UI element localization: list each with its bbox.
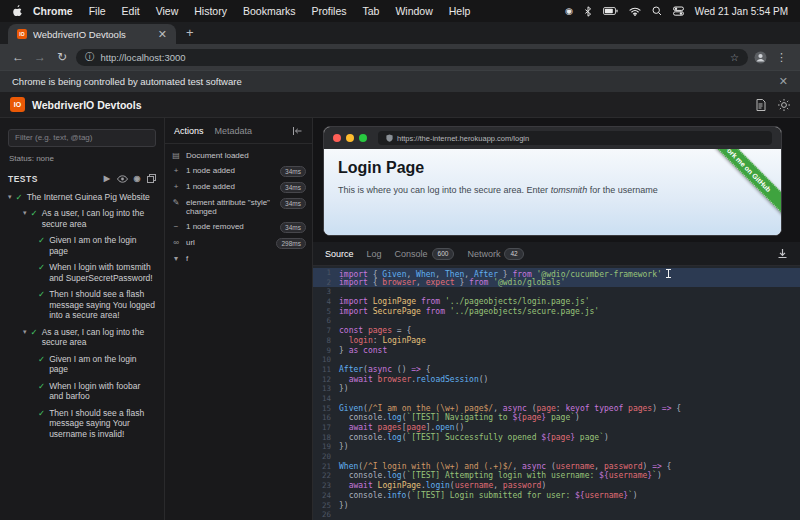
- tab-console[interactable]: Console600: [395, 248, 455, 260]
- test-item[interactable]: ✓When I login with tomsmith and SuperSec…: [8, 262, 156, 283]
- run-tests-icon[interactable]: ▶: [104, 174, 111, 183]
- app-header: IO WebdriverIO Devtools: [0, 92, 800, 118]
- tab-label: Log: [367, 249, 382, 259]
- test-item[interactable]: ✓When I login with foobar and barfoo: [8, 381, 156, 402]
- collapse-panel-icon[interactable]: [292, 126, 303, 136]
- menu-view[interactable]: View: [148, 5, 187, 17]
- record-icon[interactable]: ◉: [134, 174, 141, 183]
- actions-list[interactable]: ▤Document loaded+1 node added34ms+1 node…: [165, 144, 312, 270]
- test-item[interactable]: ▾✓As a user, I can log into the secure a…: [8, 327, 156, 348]
- code-token: }: [339, 346, 349, 355]
- bookmark-star-icon[interactable]: ☆: [730, 52, 739, 63]
- line-number: 16: [313, 413, 339, 423]
- line-number: 19: [313, 442, 339, 452]
- code-token: log: [387, 413, 401, 422]
- watch-icon[interactable]: [117, 175, 128, 183]
- test-item[interactable]: ✓Then I should see a flash message sayin…: [8, 408, 156, 440]
- code-line: 1import { Given, When, Then, After } fro…: [313, 268, 800, 278]
- forward-icon[interactable]: →: [32, 50, 48, 64]
- pass-check-icon: ✓: [38, 262, 45, 273]
- action-item[interactable]: +1 node added34ms: [171, 166, 306, 177]
- back-icon[interactable]: ←: [10, 50, 26, 64]
- profile-avatar[interactable]: [754, 51, 767, 64]
- search-icon[interactable]: [652, 6, 662, 16]
- infobar-close-icon[interactable]: ✕: [779, 75, 788, 88]
- tab-log[interactable]: Log: [367, 249, 382, 259]
- test-item[interactable]: ▾✓The Internet Guinea Pig Website: [8, 192, 156, 203]
- test-item[interactable]: ▾✓As a user, I can log into the secure a…: [8, 208, 156, 229]
- menu-edit[interactable]: Edit: [114, 5, 148, 17]
- chevron-down-icon[interactable]: ▾: [23, 327, 27, 337]
- code-token: browser: [378, 375, 412, 384]
- code-token: console.: [339, 491, 387, 500]
- battery-icon[interactable]: [603, 7, 618, 15]
- control-center-icon[interactable]: [673, 6, 684, 16]
- action-item[interactable]: ∞url298ms: [171, 238, 306, 249]
- pass-check-icon: ✓: [16, 192, 23, 203]
- code-token: pages: [378, 423, 402, 432]
- download-icon[interactable]: [777, 248, 788, 259]
- new-tab-button[interactable]: +: [176, 25, 204, 42]
- copy-icon[interactable]: [147, 174, 156, 183]
- code-text: } as const: [339, 346, 387, 356]
- code-token: After: [339, 365, 363, 374]
- line-number: 10: [313, 355, 339, 365]
- source-code-editor[interactable]: 1import { Given, When, Then, After } fro…: [313, 266, 800, 520]
- document-icon: ▤: [171, 151, 181, 161]
- reload-icon[interactable]: ↻: [54, 50, 70, 64]
- tab-actions[interactable]: Actions: [174, 126, 204, 136]
- code-text: import LoginPage from '../pageobjects/lo…: [339, 297, 590, 307]
- chrome-menu-icon[interactable]: ⋮: [773, 51, 790, 64]
- menu-help[interactable]: Help: [441, 5, 479, 17]
- code-text: import SecurePage from '../pageobjects/s…: [339, 307, 599, 317]
- tab-source[interactable]: Source: [325, 249, 354, 259]
- menu-clock[interactable]: Wed 21 Jan 5:54 PM: [695, 6, 788, 17]
- code-token: `[TEST] Successfully opened: [406, 433, 541, 442]
- menu-tab[interactable]: Tab: [354, 5, 387, 17]
- test-item[interactable]: ✓Then I should see a flash message sayin…: [8, 289, 156, 321]
- theme-toggle-sun-icon[interactable]: [778, 99, 790, 111]
- code-token: (): [455, 423, 465, 432]
- menu-file[interactable]: File: [81, 5, 114, 17]
- traffic-light-minimize-icon: [346, 134, 354, 142]
- tab-network[interactable]: Network42: [467, 248, 523, 260]
- apple-menu-icon[interactable]: [12, 5, 23, 18]
- action-item[interactable]: ✎element attribute "style" changed34ms: [171, 198, 306, 217]
- code-token: page`: [546, 413, 575, 422]
- menu-window[interactable]: Window: [387, 5, 440, 17]
- action-item[interactable]: −1 node removed34ms: [171, 222, 306, 233]
- filter-input[interactable]: [8, 129, 156, 147]
- code-token: await: [349, 423, 373, 432]
- chevron-down-icon[interactable]: ▾: [8, 192, 12, 202]
- action-item[interactable]: ▾f: [171, 254, 306, 264]
- tab-close-icon[interactable]: ✕: [158, 29, 167, 39]
- chevron-down-icon[interactable]: ▾: [23, 208, 27, 218]
- duration-badge: 34ms: [280, 222, 306, 233]
- site-info-icon[interactable]: ⓘ: [85, 51, 95, 64]
- browser-tab[interactable]: IO WebdriverIO Devtools ✕: [8, 24, 176, 44]
- screen-record-icon[interactable]: ◉: [565, 6, 573, 16]
- code-token: ): [657, 471, 662, 480]
- tab-metadata[interactable]: Metadata: [215, 126, 253, 136]
- menu-chrome[interactable]: Chrome: [25, 5, 81, 17]
- menu-profiles[interactable]: Profiles: [303, 5, 354, 17]
- action-label: 1 node removed: [186, 222, 275, 232]
- action-item[interactable]: ▤Document loaded: [171, 151, 306, 161]
- test-label: Then I should see a flash message saying…: [49, 408, 156, 440]
- code-token: page: [406, 423, 425, 432]
- code-token: ${: [541, 433, 551, 442]
- report-icon[interactable]: [756, 99, 766, 111]
- test-label: Then I should see a flash message saying…: [49, 289, 156, 321]
- test-item[interactable]: ✓Given I am on the login page: [8, 235, 156, 256]
- line-number: 1: [313, 268, 339, 278]
- address-bar[interactable]: ⓘ http://localhost:3000 ☆: [76, 49, 748, 66]
- wifi-icon[interactable]: [629, 7, 641, 16]
- action-item[interactable]: +1 node added34ms: [171, 182, 306, 193]
- code-token: async: [368, 365, 392, 374]
- line-number: 8: [313, 336, 339, 346]
- bluetooth-icon[interactable]: [584, 6, 592, 17]
- code-line: 15Given(/^I am on the (\w+) page$/, asyn…: [313, 404, 800, 414]
- test-item[interactable]: ✓Given I am on the login page: [8, 354, 156, 375]
- menu-history[interactable]: History: [186, 5, 235, 17]
- menu-bookmarks[interactable]: Bookmarks: [235, 5, 304, 17]
